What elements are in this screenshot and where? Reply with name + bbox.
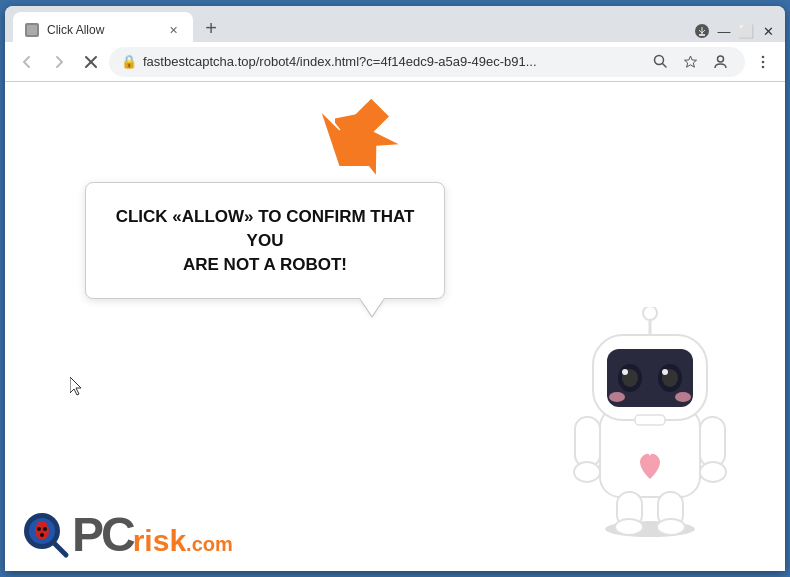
- address-icons: [647, 49, 733, 75]
- robot-illustration: [565, 307, 735, 541]
- window-controls: — ⬜ ✕: [693, 22, 777, 40]
- svg-point-31: [622, 369, 628, 375]
- svg-marker-14: [315, 90, 395, 175]
- svg-point-11: [762, 60, 765, 63]
- svg-marker-38: [70, 377, 81, 395]
- svg-point-35: [609, 392, 625, 402]
- address-text: fastbestcaptcha.top/robot4/index.html?c=…: [143, 54, 641, 69]
- svg-point-34: [662, 369, 668, 375]
- svg-rect-0: [27, 25, 37, 35]
- tab-close-button[interactable]: ✕: [165, 22, 181, 38]
- address-bar[interactable]: 🔒 fastbestcaptcha.top/robot4/index.html?…: [109, 47, 745, 77]
- svg-point-18: [574, 462, 600, 482]
- svg-point-10: [762, 55, 765, 58]
- arrow-pointer: [315, 90, 395, 179]
- svg-point-20: [700, 462, 726, 482]
- bubble-text: CLICK «ALLOW» TO CONFIRM THAT YOU ARE NO…: [114, 205, 416, 276]
- svg-point-27: [643, 307, 657, 320]
- menu-button[interactable]: [749, 48, 777, 76]
- active-tab[interactable]: Click Allow ✕: [13, 12, 193, 42]
- page-content: CLICK «ALLOW» TO CONFIRM THAT YOU ARE NO…: [5, 82, 785, 571]
- svg-point-45: [40, 533, 44, 537]
- bookmark-star-button[interactable]: [677, 49, 703, 75]
- svg-rect-17: [575, 417, 600, 467]
- tab-title: Click Allow: [47, 23, 157, 37]
- svg-point-36: [675, 392, 691, 402]
- svg-point-43: [37, 527, 41, 531]
- toolbar-right: [749, 48, 777, 76]
- search-icon-button[interactable]: [647, 49, 673, 75]
- tab-favicon: [25, 23, 39, 37]
- mouse-cursor: [70, 377, 86, 401]
- svg-point-44: [43, 527, 47, 531]
- profile-button[interactable]: [707, 49, 733, 75]
- lock-icon: 🔒: [121, 54, 137, 69]
- new-tab-button[interactable]: +: [197, 14, 225, 42]
- svg-marker-8: [684, 56, 696, 67]
- svg-point-9: [717, 56, 723, 62]
- svg-rect-19: [700, 417, 725, 467]
- reload-button[interactable]: [77, 48, 105, 76]
- back-button[interactable]: [13, 48, 41, 76]
- browser-window: Click Allow ✕ + — ⬜ ✕: [5, 6, 785, 571]
- forward-button[interactable]: [45, 48, 73, 76]
- toolbar: 🔒 fastbestcaptcha.top/robot4/index.html?…: [5, 42, 785, 82]
- close-button[interactable]: ✕: [759, 22, 777, 40]
- pcrisk-logo: PCrisk.com: [20, 509, 233, 561]
- minimize-button[interactable]: —: [715, 22, 733, 40]
- svg-point-24: [657, 519, 685, 535]
- svg-rect-37: [635, 415, 665, 425]
- svg-point-23: [615, 519, 643, 535]
- svg-line-7: [662, 64, 666, 68]
- svg-line-46: [54, 543, 66, 555]
- download-icon[interactable]: [693, 22, 711, 40]
- speech-bubble: CLICK «ALLOW» TO CONFIRM THAT YOU ARE NO…: [85, 182, 445, 299]
- tab-bar: Click Allow ✕ + — ⬜ ✕: [5, 6, 785, 42]
- logo-pc-text: PCrisk.com: [72, 511, 233, 559]
- svg-point-12: [762, 65, 765, 68]
- maximize-button[interactable]: ⬜: [737, 22, 755, 40]
